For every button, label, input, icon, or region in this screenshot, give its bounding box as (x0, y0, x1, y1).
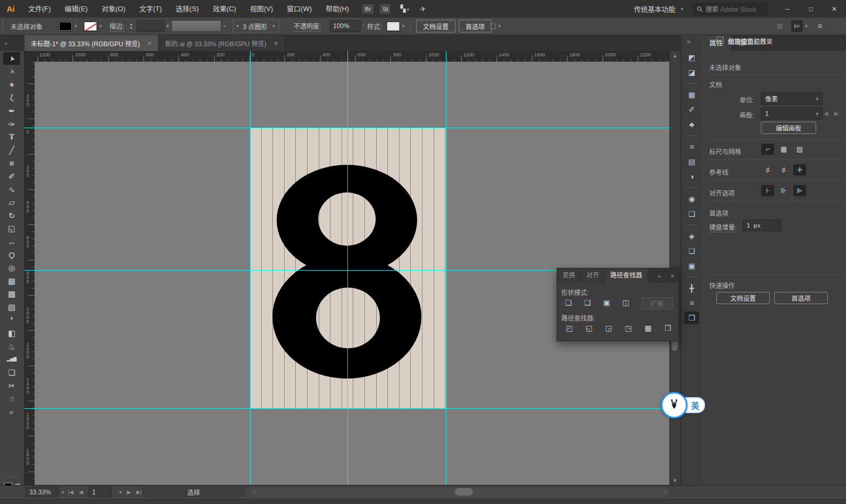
rectangle-tool[interactable]: ■ (3, 157, 20, 170)
next-artboard-icon[interactable]: ▶ (834, 110, 839, 117)
selection-tool[interactable]: ➤ (3, 52, 20, 65)
share-icon[interactable]: ✈ (419, 4, 427, 13)
show-transparency-grid-icon[interactable]: ▨ (793, 144, 806, 155)
show-guides-icon[interactable]: ♯ (761, 164, 774, 175)
tab-align[interactable]: 对齐 (581, 268, 605, 283)
artboard-tool[interactable]: ❏ (3, 366, 20, 379)
shaper-tool[interactable]: ∿ (3, 183, 20, 196)
exclude-icon[interactable]: ◫ (619, 297, 633, 308)
snap-to-point-icon[interactable]: ⊦ (761, 185, 774, 196)
stroke-weight-stepper[interactable]: ▲▼ (129, 18, 134, 35)
scale-tool[interactable]: ◱ (3, 222, 20, 235)
pathfinder-panel[interactable]: 变换对齐路径查找器 » | ≡ 形状模式: ❑❏▣◫ 扩展 路径查找器: ◰◱◲… (557, 268, 679, 341)
scale-strokes-effects-checkbox[interactable]: 缩放描边和效果 (701, 35, 846, 47)
menu-item[interactable]: 文字(T) (132, 0, 169, 18)
paintbrush-tool[interactable]: ✐ (3, 170, 20, 182)
scroll-down-icon[interactable]: ▼ (670, 478, 680, 483)
document-tab-xinde[interactable]: 新的.ai @ 33.33% (RGB/GPU 预览) ✕ (159, 35, 285, 51)
next-artboard-status-icon[interactable]: ▶ (127, 489, 131, 495)
color-guide-panel-icon[interactable]: ◪ (684, 66, 699, 79)
menu-item[interactable]: 视图(V) (243, 0, 280, 18)
mesh-tool[interactable]: ▩ (3, 288, 20, 300)
scroll-right-icon[interactable]: › (662, 490, 668, 495)
unite-icon[interactable]: ❑ (561, 297, 575, 308)
transform-panel-icon[interactable]: ╋ (684, 282, 699, 295)
symbols-panel-icon[interactable]: ♣ (684, 118, 699, 131)
artboard[interactable] (250, 128, 446, 408)
ime-logo[interactable] (661, 392, 687, 418)
search-input[interactable]: 搜索 Adobe Stock (693, 3, 768, 15)
pathfinder-panel-icon[interactable]: ❒ (684, 312, 699, 324)
panel-collapse-icon[interactable]: » (658, 273, 661, 279)
artboards-panel-icon[interactable]: ❏ (684, 245, 699, 257)
line-segment-tool[interactable]: ╱ (3, 144, 20, 156)
vertical-ruler[interactable]: 200020040060080010001200140016001800 (24, 62, 35, 485)
layers-panel-icon[interactable]: ◈ (684, 230, 699, 242)
smart-guides-icon[interactable]: ✛ (793, 164, 806, 175)
snap-to-grid-icon[interactable]: ⊪ (777, 185, 790, 196)
horizontal-scroll-thumb[interactable] (455, 488, 473, 495)
perspective-grid-tool[interactable]: ▦ (3, 274, 20, 287)
preferences-button[interactable]: 首选项 (459, 18, 492, 35)
transparency-panel-icon[interactable]: ◑ (684, 170, 699, 183)
menu-item[interactable]: 文件(F) (21, 0, 58, 18)
fill-color-swatch[interactable]: ▾ (59, 18, 77, 35)
rotate-tool[interactable]: ↻ (3, 209, 20, 222)
artboard-select[interactable]: 1▾ (761, 107, 823, 120)
swatches-panel-icon[interactable]: ▦ (684, 88, 699, 101)
control-panel-menu-icon[interactable]: ≡ (818, 18, 822, 35)
snap-to-pixel-icon[interactable]: ⊫ (793, 185, 806, 196)
units-select[interactable]: 像素▾ (761, 93, 823, 105)
horizontal-scrollbar[interactable]: ‹ › (250, 487, 669, 498)
document-setup-button[interactable]: 文档设置 (416, 18, 455, 35)
type-tool[interactable]: T (3, 131, 20, 144)
menu-item[interactable]: 编辑(E) (58, 0, 95, 18)
stroke-color-swatch[interactable]: ▾ (84, 18, 102, 35)
intersect-icon[interactable]: ▣ (600, 297, 613, 308)
asset-export-panel-icon[interactable]: ▣ (684, 259, 699, 272)
guide[interactable] (250, 62, 251, 485)
pen-tool[interactable]: ✒ (3, 104, 20, 117)
slice-tool[interactable]: ✂ (3, 379, 20, 392)
magic-wand-tool[interactable]: ✶ (3, 78, 20, 91)
trim-icon[interactable]: ◱ (582, 322, 596, 334)
crop-icon[interactable]: ◳ (621, 322, 635, 334)
show-grid-icon[interactable]: ▦ (777, 144, 790, 155)
graphic-styles-panel-icon[interactable]: ❑ (684, 207, 699, 220)
current-tool-indicator[interactable]: 选择 ▶ (143, 486, 254, 498)
quick-preferences-button[interactable]: 首选项 (774, 292, 828, 304)
brushes-panel-icon[interactable]: ✐ (684, 103, 699, 116)
align-glyphs-icon[interactable]: ⊨▾ (791, 18, 808, 35)
eyedropper-tool[interactable]: ❜ (3, 314, 20, 326)
stroke-weight-select[interactable]: ▾ (137, 18, 169, 35)
tab-pathfinder[interactable]: 路径查找器 (605, 268, 648, 283)
zoom-tool[interactable]: ⌕ (3, 405, 20, 418)
artboard-number-select[interactable]: 1 (88, 487, 112, 498)
blend-tool[interactable]: ◧ (3, 327, 20, 340)
keyboard-increment-input[interactable]: 1 px (743, 220, 781, 231)
lock-guides-icon[interactable]: ♯ (777, 164, 790, 175)
scroll-up-icon[interactable]: ▲ (670, 53, 680, 58)
panel-menu-icon[interactable]: ≡ (671, 273, 674, 279)
minimize-button[interactable]: ─ (776, 0, 799, 18)
zoom-level-value[interactable]: 33.33% (26, 487, 59, 498)
expand-button[interactable]: 扩展 (641, 297, 673, 309)
first-artboard-icon[interactable]: |◀ (68, 489, 73, 495)
eraser-tool[interactable]: ▱ (3, 196, 20, 209)
maximize-button[interactable]: □ (799, 0, 823, 18)
guide[interactable] (35, 128, 669, 128)
arrange-documents-icon[interactable]: ▚▾ (400, 5, 408, 13)
opacity-input[interactable]: 100%› (330, 18, 364, 35)
gradient-tool[interactable]: ▧ (3, 300, 20, 313)
edit-artboards-button[interactable]: 编辑画板 (761, 122, 816, 134)
workspace-caret-icon[interactable]: ▾ (681, 6, 683, 12)
digit-8-artwork[interactable] (250, 128, 446, 408)
gradient-panel-icon[interactable]: ▤ (684, 155, 699, 168)
outline-icon[interactable]: ▩ (641, 322, 655, 334)
divide-icon[interactable]: ◰ (562, 322, 576, 334)
minus-front-icon[interactable]: ❏ (580, 297, 594, 308)
tab-transform[interactable]: 变换 (557, 268, 581, 283)
color-panel-icon[interactable]: ◩ (684, 51, 699, 64)
guide[interactable] (347, 62, 348, 485)
last-artboard-icon[interactable]: ▶| (136, 489, 142, 495)
